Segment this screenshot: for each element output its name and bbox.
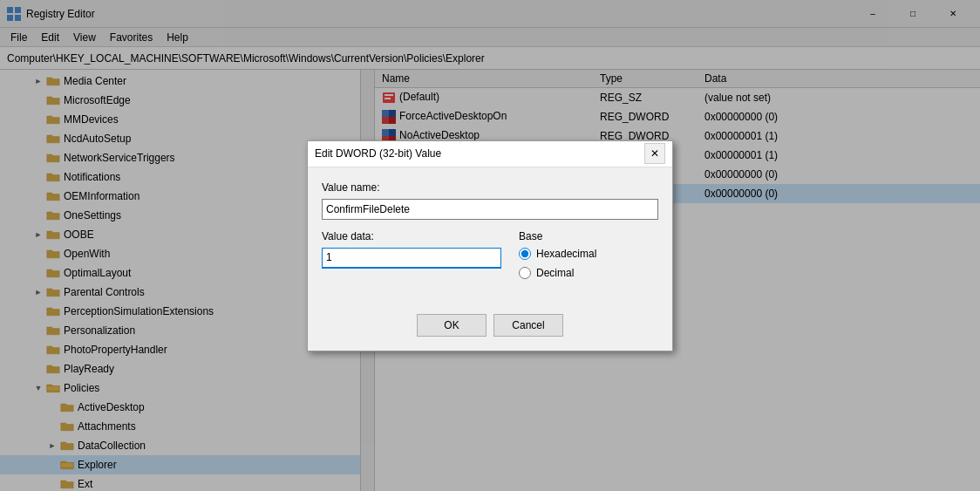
modal-overlay: Edit DWORD (32-bit) Value ✕ Value name: … — [0, 0, 980, 491]
dialog-close-button[interactable]: ✕ — [644, 143, 665, 164]
dec-radio-label[interactable]: Decimal — [519, 267, 658, 279]
dialog-title-bar: Edit DWORD (32-bit) Value ✕ — [308, 141, 672, 167]
cancel-button[interactable]: Cancel — [493, 314, 563, 337]
dialog-title-text: Edit DWORD (32-bit) Value — [315, 147, 644, 160]
hex-label: Hexadecimal — [536, 248, 596, 260]
dec-radio[interactable] — [519, 267, 531, 279]
dialog-body: Value name: Value data: Base Hexadecimal — [308, 167, 672, 307]
hex-radio-label[interactable]: Hexadecimal — [519, 248, 658, 260]
base-label: Base — [519, 230, 658, 242]
edit-dword-dialog: Edit DWORD (32-bit) Value ✕ Value name: … — [307, 140, 673, 351]
data-base-row: Value data: Base Hexadecimal Decimal — [322, 230, 658, 279]
value-data-label: Value data: — [322, 230, 501, 242]
value-name-label: Value name: — [322, 181, 658, 194]
value-data-col: Value data: — [322, 230, 501, 279]
dec-label: Decimal — [536, 267, 574, 279]
ok-button[interactable]: OK — [417, 314, 487, 337]
dialog-footer: OK Cancel — [308, 307, 672, 351]
value-name-input[interactable] — [322, 199, 658, 220]
hex-radio[interactable] — [519, 248, 531, 260]
value-data-input[interactable] — [322, 248, 501, 269]
base-col: Base Hexadecimal Decimal — [519, 230, 658, 279]
base-group: Hexadecimal Decimal — [519, 248, 658, 279]
